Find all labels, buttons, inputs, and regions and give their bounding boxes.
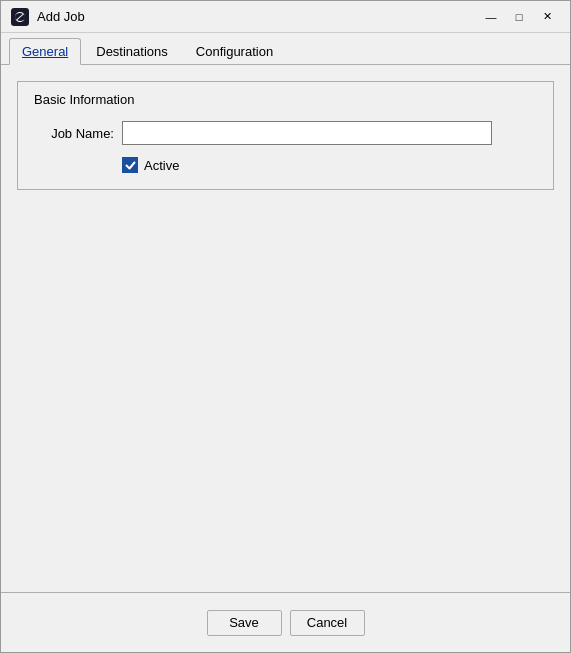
active-label: Active [144, 158, 179, 173]
close-button[interactable]: ✕ [534, 7, 560, 27]
section-label: Basic Information [30, 92, 537, 107]
window-controls: — □ ✕ [478, 7, 560, 27]
tab-configuration[interactable]: Configuration [183, 38, 286, 65]
add-job-window: Add Job — □ ✕ General Destinations Confi… [0, 0, 571, 653]
content-area: Basic Information Job Name: Active [1, 65, 570, 592]
active-checkbox-row: Active [122, 157, 537, 173]
basic-information-group: Basic Information Job Name: Active [17, 81, 554, 190]
title-bar: Add Job — □ ✕ [1, 1, 570, 33]
active-checkbox[interactable] [122, 157, 138, 173]
cancel-button[interactable]: Cancel [290, 610, 365, 636]
active-checkbox-wrapper[interactable]: Active [122, 157, 179, 173]
maximize-button[interactable]: □ [506, 7, 532, 27]
tab-general[interactable]: General [9, 38, 81, 65]
tab-destinations[interactable]: Destinations [83, 38, 181, 65]
job-name-label: Job Name: [34, 126, 114, 141]
save-button[interactable]: Save [207, 610, 282, 636]
minimize-button[interactable]: — [478, 7, 504, 27]
app-icon [11, 8, 29, 26]
footer: Save Cancel [1, 592, 570, 652]
window-title: Add Job [37, 9, 478, 24]
job-name-row: Job Name: [34, 121, 537, 145]
job-name-input[interactable] [122, 121, 492, 145]
tab-bar: General Destinations Configuration [1, 33, 570, 65]
